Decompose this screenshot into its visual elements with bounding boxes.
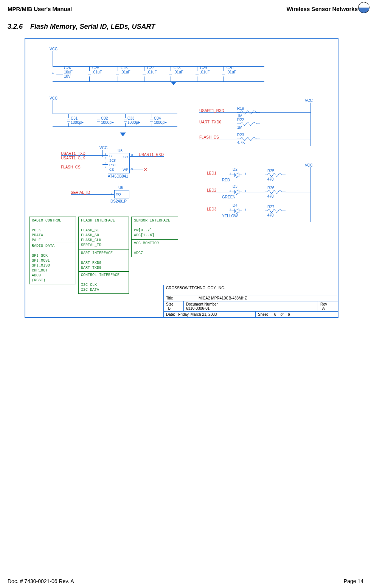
cap-label: C25.01uF xyxy=(92,66,102,74)
res-ref: R19 xyxy=(237,106,244,111)
u5-flash-chip: SI SCK RST CS SO WP xyxy=(108,153,130,173)
svg-line-11 xyxy=(237,194,238,195)
cap-label: C28.01uF xyxy=(174,66,183,74)
led-color: RED xyxy=(222,178,230,182)
res-ref: R23 xyxy=(237,133,244,137)
net-usart1-clk: USART1_CLK xyxy=(61,156,85,160)
u5-part: AT45DB041 xyxy=(108,174,128,178)
cap-C28 xyxy=(169,71,172,76)
cap-label: C311000pF xyxy=(71,116,84,125)
net-USART1_RXD: USART1_RXD xyxy=(199,109,224,113)
cap-C25 xyxy=(88,71,91,76)
box-flash-interface: FLASH INTERFACE FLASH_SI FLASH_SO FLASH_… xyxy=(78,217,129,249)
svg-line-4 xyxy=(235,177,237,178)
svg-marker-6 xyxy=(234,190,239,194)
led-color: GREEN xyxy=(222,195,236,199)
net-flash-cs-u5: FLASH_CS xyxy=(61,165,81,169)
led-D3 xyxy=(231,189,242,195)
cap-C29 xyxy=(196,71,199,76)
section-heading: 3.2.6 Flash Memory, Serial ID, LEDs, USA… xyxy=(8,23,155,31)
res-val: 1M xyxy=(237,125,242,129)
net-FLASH_CS: FLASH_CS xyxy=(199,135,219,139)
res-ref: R27 xyxy=(267,205,274,209)
cap-C24 xyxy=(56,71,64,76)
led-D4 xyxy=(231,208,242,214)
net-usart1-rxd: USART1_RXD xyxy=(139,153,164,157)
vcc-label-leds: VCC xyxy=(305,163,313,167)
cap-label: C331000pF xyxy=(127,116,140,125)
box-vcc-monitor: VCC MONITOR ADC7 xyxy=(131,239,178,257)
resistor-R25 xyxy=(265,173,286,177)
box-radio-data: RADIO DATA SPI_SCK SPI_MOSI SPI_MISO CHP… xyxy=(29,242,76,284)
svg-line-10 xyxy=(235,194,237,195)
u6-part: DS2401P xyxy=(110,199,127,203)
svg-marker-0 xyxy=(234,173,239,177)
box-sensor-interface: SENSOR INTERFACE PW[0..7] ADC[1..6] xyxy=(131,217,178,239)
vcc-label-1: VCC xyxy=(50,47,57,51)
res-val: 4.7K xyxy=(237,140,245,145)
res-ref: R22 xyxy=(237,118,244,122)
cap-C26 xyxy=(116,71,119,76)
diode-ref: D3 xyxy=(233,184,238,189)
box-radio-control: RADIO CONTROL PCLK PDATA PALE xyxy=(29,217,76,244)
net-LED3: LED3 xyxy=(207,207,216,211)
vcc-label-2: VCC xyxy=(50,96,57,100)
net-UART_TXD0: UART_TXD0 xyxy=(199,120,221,124)
net-serial-id: SERIAL_ID xyxy=(71,190,90,195)
header-left: MPR/MIB User's Manual xyxy=(8,6,72,12)
net-LED1: LED1 xyxy=(207,171,216,175)
resistor-R27 xyxy=(265,209,286,213)
footer-page-number: Page 14 xyxy=(344,578,363,584)
led-color: YELLOW xyxy=(222,214,238,218)
cap-label: C2410uF10V xyxy=(64,66,73,78)
title-block: CROSSBOW TECHNOLOGY. INC. Title MICA2 MP… xyxy=(163,285,338,317)
resistor-R26 xyxy=(265,190,286,194)
diode-ref: D2 xyxy=(233,167,238,172)
cap-label: C321000pF xyxy=(101,116,114,125)
u5-ref: U5 xyxy=(118,149,123,153)
res-ref: R25 xyxy=(267,169,274,173)
net-LED2: LED2 xyxy=(207,188,216,192)
svg-marker-12 xyxy=(234,209,239,213)
no-connect-icon xyxy=(143,168,147,172)
vcc-label-pullups: VCC xyxy=(305,98,313,103)
cap-C27 xyxy=(143,71,146,76)
cap-label: C30.01uF xyxy=(227,66,236,74)
title-company: CROSSBOW TECHNOLOGY. INC. xyxy=(164,285,338,295)
res-val: 470 xyxy=(267,194,274,198)
schematic-sheet: VCC +C2410uF10VC25.01uFC26.01uFC27.01uFC… xyxy=(25,38,338,318)
cap-C30 xyxy=(222,71,225,76)
cap-label: C27.01uF xyxy=(147,66,157,74)
svg-line-5 xyxy=(237,177,238,178)
cap-label: C341000pF xyxy=(154,116,167,125)
led-D2 xyxy=(231,172,242,178)
net-usart1-txd: USART1_TXD xyxy=(61,151,85,156)
u6-ref: U6 xyxy=(118,186,123,190)
header-right: Wireless Sensor Networks xyxy=(287,6,358,12)
cap-label: C29.01uF xyxy=(200,66,210,74)
box-control-interface: CONTROL INTERFACE I2C_CLK I2C_DATA xyxy=(78,271,129,294)
footer-doc-number: Doc. # 7430-0021-06 Rev. A xyxy=(8,578,74,584)
u6-serial-id-chip: DQ xyxy=(114,190,129,198)
antenna-logo-icon xyxy=(358,2,369,13)
diode-ref: D4 xyxy=(233,203,238,207)
box-uart-interface: UART INTERFACE UART_RXD0 UART_TXD0 xyxy=(78,249,129,272)
res-val: 470 xyxy=(267,177,274,181)
res-val: 470 xyxy=(267,213,274,217)
cap-label: C26.01uF xyxy=(121,66,130,74)
vcc-label-u5: VCC xyxy=(99,146,107,150)
res-ref: R26 xyxy=(267,186,274,190)
